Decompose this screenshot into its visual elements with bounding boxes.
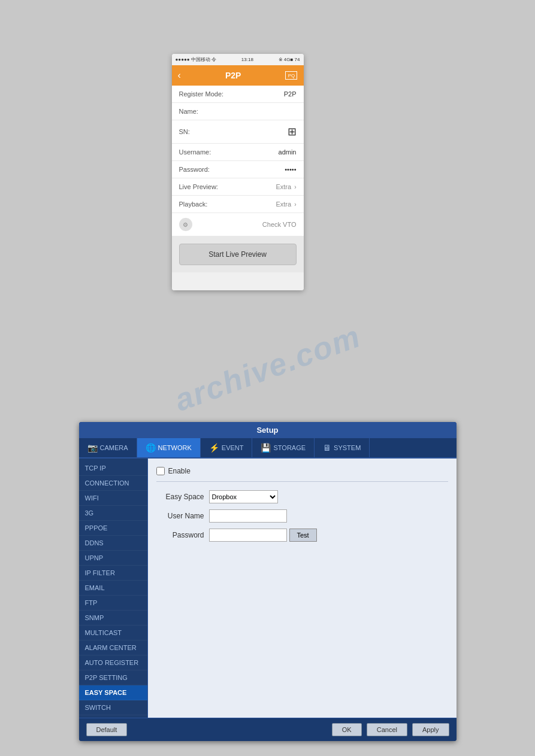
sidebar-item-easyspace[interactable]: EASY SPACE [79, 685, 147, 700]
live-preview-value: Extra › [276, 183, 296, 190]
sidebar-item-snmp[interactable]: SNMP [79, 611, 147, 626]
network-tab-label: NETWORK [158, 444, 192, 451]
event-tab-label: EVENT [222, 444, 244, 451]
easy-space-group: Easy Space Dropbox [156, 490, 448, 503]
playback-label: Playback: [179, 201, 208, 208]
setup-title: Setup [79, 422, 457, 438]
camera-tab-icon: 📷 [87, 443, 98, 453]
cancel-button[interactable]: Cancel [367, 723, 407, 736]
password-label: Password: [179, 166, 210, 173]
enable-label: Enable [168, 467, 191, 475]
footer-right-buttons: OK Cancel Apply [332, 723, 449, 736]
button-area: Start Live Preview [172, 236, 304, 272]
sidebar-item-switch[interactable]: SWITCH [79, 700, 147, 715]
username-label: User Name [156, 512, 204, 520]
default-button[interactable]: Default [86, 723, 128, 736]
password-row: Password: ••••• [172, 161, 304, 178]
mobile-p2p-screen: ●●●●● 中国移动 令 13:18 ※ 4G■ 74 ‹ P2P PQ Reg… [172, 54, 304, 290]
sidebar-item-alarmcenter[interactable]: ALARM CENTER [79, 640, 147, 655]
sidebar-item-p2psetting[interactable]: P2P SETTING [79, 670, 147, 685]
register-mode-row: Register Mode: P2P [172, 86, 304, 103]
easy-space-label: Easy Space [156, 493, 204, 501]
easy-space-select[interactable]: Dropbox [209, 490, 278, 503]
storage-tab-label: STORAGE [273, 444, 306, 451]
setup-main-content: Enable Easy Space Dropbox User Name Pass… [148, 459, 457, 718]
start-live-preview-button[interactable]: Start Live Preview [179, 244, 297, 265]
page-title: P2P [225, 71, 241, 80]
playback-row[interactable]: Playback: Extra › [172, 196, 304, 213]
password-group: Password Test [156, 529, 448, 542]
username-row: Username: admin [172, 144, 304, 161]
header-icon[interactable]: PQ [285, 71, 297, 80]
password-input[interactable] [209, 529, 287, 542]
setup-tabs: 📷 CAMERA 🌐 NETWORK ⚡ EVENT 💾 STORAGE 🖥 S… [79, 438, 457, 459]
setup-dialog: Setup 📷 CAMERA 🌐 NETWORK ⚡ EVENT 💾 STORA… [79, 422, 457, 741]
tab-storage[interactable]: 💾 STORAGE [252, 438, 315, 457]
sidebar-item-autoregister[interactable]: AUTO REGISTER [79, 655, 147, 670]
password-label: Password [156, 531, 204, 539]
watermark: archive.com [170, 318, 365, 418]
live-preview-row[interactable]: Live Preview: Extra › [172, 178, 304, 196]
sidebar-item-tcpip[interactable]: TCP IP [79, 461, 147, 476]
settings-icon: ⚙ [179, 218, 192, 231]
tab-system[interactable]: 🖥 SYSTEM [315, 438, 370, 457]
username-input[interactable] [209, 509, 287, 523]
apply-button[interactable]: Apply [412, 723, 449, 736]
check-vto-row[interactable]: ⚙ Check VTO [172, 213, 304, 236]
mobile-header: ‹ P2P PQ [172, 65, 304, 86]
sidebar-item-upnp[interactable]: UPNP [79, 551, 147, 566]
battery-text: ※ 4G■ 74 [279, 57, 300, 62]
sidebar-item-3g[interactable]: 3G [79, 506, 147, 521]
name-row: Name: [172, 103, 304, 120]
system-tab-label: SYSTEM [334, 444, 361, 451]
sidebar-item-multicast[interactable]: MULTICAST [79, 626, 147, 640]
sidebar-item-email[interactable]: EMAIL [79, 581, 147, 596]
sidebar-item-pppoe[interactable]: PPPOE [79, 521, 147, 536]
sidebar-item-connection[interactable]: CONNECTION [79, 476, 147, 491]
sidebar-item-ddns[interactable]: DDNS [79, 536, 147, 551]
setup-footer: Default OK Cancel Apply [79, 718, 457, 741]
sn-row: SN: ⊞ [172, 120, 304, 144]
setup-body: TCP IP CONNECTION WIFI 3G PPPOE DDNS UPN… [79, 459, 457, 718]
register-mode-value: P2P [284, 90, 297, 98]
register-mode-label: Register Mode: [179, 90, 224, 98]
carrier-text: ●●●●● 中国移动 令 [176, 56, 217, 63]
tab-network[interactable]: 🌐 NETWORK [137, 438, 201, 457]
qr-icon[interactable]: ⊞ [288, 125, 297, 138]
camera-tab-label: CAMERA [100, 444, 128, 451]
check-vto-value: Check VTO [262, 221, 297, 228]
event-tab-icon: ⚡ [209, 443, 219, 453]
network-tab-icon: 🌐 [146, 443, 156, 453]
watermark-section: archive.com [0, 314, 535, 422]
tab-camera[interactable]: 📷 CAMERA [79, 438, 137, 457]
password-value: ••••• [285, 166, 296, 173]
sidebar-item-ftp[interactable]: FTP [79, 596, 147, 611]
back-button[interactable]: ‹ [178, 70, 181, 81]
ok-button[interactable]: OK [332, 723, 362, 736]
username-label: Username: [179, 148, 211, 156]
mobile-status-bar: ●●●●● 中国移动 令 13:18 ※ 4G■ 74 [172, 54, 304, 65]
sidebar-item-wifi[interactable]: WIFI [79, 491, 147, 506]
username-group: User Name [156, 509, 448, 523]
name-label: Name: [179, 108, 198, 115]
storage-tab-icon: 💾 [261, 443, 271, 453]
mobile-footer [172, 272, 304, 290]
sidebar-item-ipfilter[interactable]: IP FILTER [79, 566, 147, 581]
enable-checkbox[interactable] [156, 467, 165, 475]
enable-row: Enable [156, 467, 448, 482]
playback-value: Extra › [276, 201, 296, 208]
live-preview-label: Live Preview: [179, 183, 218, 190]
mobile-content: Register Mode: P2P Name: SN: ⊞ Username:… [172, 86, 304, 236]
username-value: admin [279, 148, 297, 156]
setup-sidebar: TCP IP CONNECTION WIFI 3G PPPOE DDNS UPN… [79, 459, 148, 718]
tab-event[interactable]: ⚡ EVENT [201, 438, 253, 457]
time-text: 13:18 [241, 57, 253, 62]
test-button[interactable]: Test [289, 529, 317, 542]
sn-label: SN: [179, 128, 190, 135]
system-tab-icon: 🖥 [323, 443, 331, 453]
